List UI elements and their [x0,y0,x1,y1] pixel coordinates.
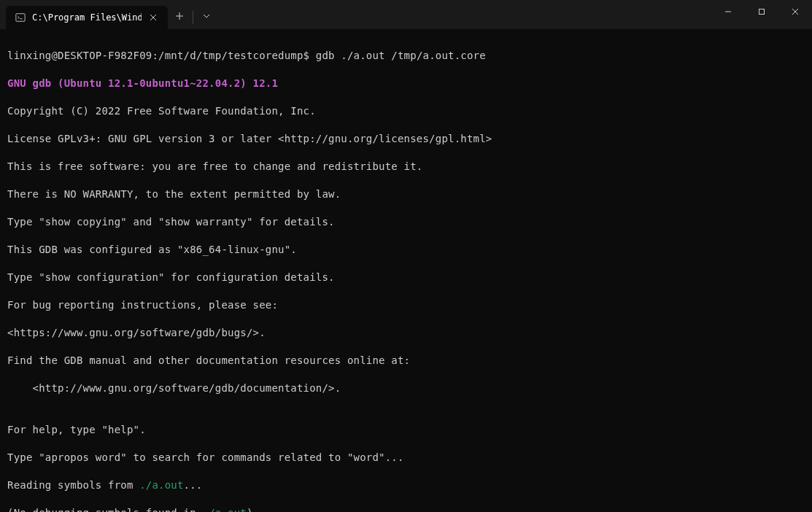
svg-rect-0 [16,14,25,22]
gdb-version: GNU gdb (Ubuntu 12.1-0ubuntu1~22.04.2) 1… [7,77,278,89]
tab-title: C:\Program Files\WindowsAp [32,12,142,23]
text-line: Type "show copying" and "show warranty" … [7,215,805,229]
tab-close-button[interactable] [147,12,159,23]
text-line: <https://www.gnu.org/software/gdb/bugs/>… [7,326,805,340]
window-titlebar: C:\Program Files\WindowsAp [0,0,812,29]
svg-rect-1 [759,9,765,15]
tab-strip: C:\Program Files\WindowsAp [0,0,218,29]
text-span: (No debugging symbols found in [7,507,203,512]
text-span: ... [184,479,203,491]
shell-prompt: linxing@DESKTOP-F982F09:/mnt/d/tmp/testc… [7,50,309,61]
path-span: ./a.out [139,479,183,491]
tab-dropdown-button[interactable] [195,4,218,28]
minimize-button[interactable] [711,0,745,23]
text-line: Find the GDB manual and other documentat… [7,354,805,368]
terminal-icon [15,12,26,23]
tab-active[interactable]: C:\Program Files\WindowsAp [6,6,168,29]
text-line: For help, type "help". [7,423,805,437]
shell-command: gdb ./a.out /tmp/a.out.core [309,50,486,61]
maximize-button[interactable] [745,0,778,23]
new-tab-button[interactable] [168,4,191,28]
terminal-output[interactable]: linxing@DESKTOP-F982F09:/mnt/d/tmp/testc… [0,29,812,512]
text-span: ) [247,507,253,512]
close-window-button[interactable] [778,0,812,23]
text-line: Copyright (C) 2022 Free Software Foundat… [7,104,805,118]
path-span: ./a.out [203,507,247,512]
text-line: This is free software: you are free to c… [7,160,805,174]
tab-divider [193,11,193,24]
text-line: License GPLv3+: GNU GPL version 3 or lat… [7,132,805,146]
text-line: Type "show configuration" for configurat… [7,271,805,284]
text-line: <http://www.gnu.org/software/gdb/documen… [7,381,805,395]
text-line: There is NO WARRANTY, to the extent perm… [7,187,805,201]
text-line: For bug reporting instructions, please s… [7,298,805,312]
text-span: Reading symbols from [7,479,139,491]
text-line: This GDB was configured as "x86_64-linux… [7,243,805,257]
text-line: Type "apropos word" to search for comman… [7,451,805,465]
window-controls [711,0,812,29]
